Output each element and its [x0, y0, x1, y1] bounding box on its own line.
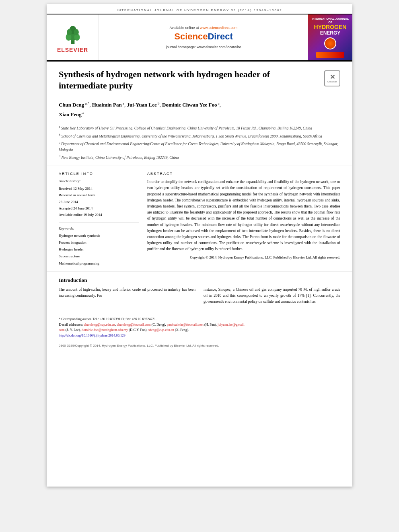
journal-cover: International Journal of HYDROGEN ENERGY [308, 14, 352, 60]
article-info-header: Article Info [59, 172, 139, 176]
introduction-left-col: The amount of high-sulfur, heavy and inf… [59, 287, 195, 305]
article-info-column: Article Info Article history: Received 1… [59, 172, 139, 267]
crossmark-x-icon: ✕ [330, 74, 335, 80]
email-chundeng-cup[interactable]: chundeng@cup.edu.cn [84, 322, 115, 327]
sciencedirect-logo: ScienceDirect [174, 31, 233, 42]
abstract-paragraph: In order to simplify the network configu… [147, 179, 340, 252]
affiliation-c: c Department of Chemical and Environment… [59, 140, 340, 153]
elsevier-tree-icon [59, 22, 87, 46]
bottom-bar: 0360-3199/Copyright © 2014, Hydrogen Ene… [47, 342, 352, 349]
corresponding-author-note: * Corresponding author. Tel.: +86 10 897… [59, 316, 340, 322]
email-juiyuan[interactable]: juiyuan.lee@gmail. [218, 322, 245, 327]
doi-link[interactable]: http://dx.doi.org/10.1016/j.ijhydene.201… [59, 333, 125, 337]
crossmark-badge[interactable]: ✕ CrossMark [324, 70, 340, 86]
svg-point-6 [74, 29, 78, 35]
author-xiao-feng: Xiao Feng [59, 111, 82, 117]
introduction-title: Introduction [59, 277, 340, 283]
introduction-text-left: The amount of high-sulfur, heavy and inf… [59, 287, 195, 299]
introduction-columns: The amount of high-sulfur, heavy and inf… [59, 287, 340, 305]
author-sup-b: b [157, 101, 160, 105]
received-date: Received 12 May 2014 [59, 185, 139, 192]
introduction-section: Introduction The amount of high-sulfur, … [47, 271, 352, 309]
elsevier-logo: ELSEVIER [57, 22, 88, 53]
aff-sup-d: d [59, 154, 60, 158]
affiliations-section: a State Key Laboratory of Heavy Oil Proc… [47, 122, 352, 166]
available-online-text: Available online at www.sciencedirect.co… [170, 26, 238, 30]
sciencedirect-url[interactable]: www.sciencedirect.com [200, 26, 238, 30]
abstract-header: Abstract [147, 172, 340, 176]
copyright-text: Copyright © 2014, Hydrogen Energy Public… [147, 255, 340, 261]
aff-sup-a: a [59, 125, 60, 129]
aff-sup-b: b [59, 133, 60, 137]
cover-bar [316, 52, 344, 58]
author-sup-a: a,* [84, 101, 89, 105]
footer-section: * Corresponding author. Tel.: +86 10 897… [47, 313, 352, 341]
header-center: Available online at www.sciencedirect.co… [99, 14, 308, 60]
email-juiyuan-com[interactable]: com [59, 328, 65, 332]
author-sup-d: a [82, 111, 84, 115]
affiliation-d: d New Energy Institute, China University… [59, 154, 340, 160]
article-dates: Received 12 May 2014 Received in revised… [59, 185, 139, 218]
author-jui-yuan-lee: Jui-Yuan Lee [127, 102, 157, 108]
journal-top-bar: International Journal of Hydrogen Energy… [47, 4, 352, 14]
keyword-1: Hydrogen network synthesis [59, 232, 139, 239]
author-sup-c: c [217, 101, 219, 105]
academic-paper-page: International Journal of Hydrogen Energy… [47, 4, 352, 487]
crossmark-label: CrossMark [327, 80, 337, 83]
article-info-abstract-section: Article Info Article history: Received 1… [47, 166, 352, 271]
author-sup-a2: a [122, 101, 124, 105]
elsevier-name: ELSEVIER [57, 47, 88, 53]
header-section: ELSEVIER Available online at www.science… [47, 14, 352, 62]
author-chun-deng: Chun Deng [59, 102, 84, 108]
keyword-3: Hydrogen header [59, 246, 139, 253]
email-chundeng-foxmail[interactable]: chundeng@foxmail.com [117, 322, 150, 327]
corresponding-label: * Corresponding author. Tel.: +86 10 897… [59, 317, 156, 321]
abstract-column: Abstract In order to simplify the networ… [147, 172, 340, 267]
journal-cover-main: HYDROGEN ENERGY [314, 24, 347, 36]
email-footnote: E-mail addresses: chundeng@cup.edu.cn, c… [59, 322, 340, 333]
paper-title: Synthesis of hydrogen network with hydro… [59, 69, 320, 92]
journal-cover-graphic [324, 37, 336, 49]
introduction-right-col: instance, Sinopec, a Chinese oil and gas… [204, 287, 340, 305]
elsevier-logo-section: ELSEVIER [47, 14, 99, 60]
authors-line: Chun Deng a,*, Huaimin Pan a, Jui-Yuan L… [59, 100, 340, 119]
author-dominic-foo: Dominic Chwan Yee Foo [162, 102, 217, 108]
journal-cover-label: International Journal of [311, 17, 350, 24]
keywords-label: Keywords: [59, 226, 139, 230]
affiliation-b: b School of Chemical and Metallurgical E… [59, 133, 340, 139]
author-huaimin-pan: Huaimin Pan [92, 102, 122, 108]
abstract-text: In order to simplify the network configu… [147, 179, 340, 260]
divider [59, 222, 139, 222]
aff-sup-c: c [59, 141, 60, 144]
authors-section: Chun Deng a,*, Huaimin Pan a, Jui-Yuan L… [47, 96, 352, 122]
keyword-2: Process integration [59, 239, 139, 246]
email-dominic[interactable]: dominic.foo@nottingham.edu.my [82, 328, 128, 332]
keywords-list: Hydrogen network synthesis Process integ… [59, 232, 139, 267]
keyword-5: Mathematical programming [59, 260, 139, 267]
keyword-4: Superstructure [59, 253, 139, 260]
available-date: Available online 19 July 2014 [59, 212, 139, 218]
introduction-text-right: instance, Sinopec, a Chinese oil and gas… [204, 287, 340, 305]
journal-top-title: International Journal of Hydrogen Energy… [117, 8, 282, 12]
accepted-date: Accepted 24 June 2014 [59, 205, 139, 212]
email-label: E-mail addresses: [59, 322, 83, 327]
doi-footnote: http://dx.doi.org/10.1016/j.ijhydene.201… [59, 333, 340, 339]
journal-homepage: journal homepage: www.elsevier.com/locat… [166, 45, 241, 49]
bottom-issn: 0360-3199/Copyright © 2014, Hydrogen Ene… [59, 344, 219, 347]
paper-title-section: Synthesis of hydrogen network with hydro… [47, 62, 352, 96]
received-revised-date: Received in revised form23 June 2014 [59, 192, 139, 205]
affiliation-a: a State Key Laboratory of Heavy Oil Proc… [59, 125, 340, 131]
email-xfeng[interactable]: xfeng@cup.edu.cn [148, 328, 174, 332]
article-history-label: Article history: [59, 179, 139, 183]
email-panhuaimin[interactable]: panhuaimin@foxmail.com [167, 322, 204, 327]
svg-point-5 [67, 29, 72, 35]
